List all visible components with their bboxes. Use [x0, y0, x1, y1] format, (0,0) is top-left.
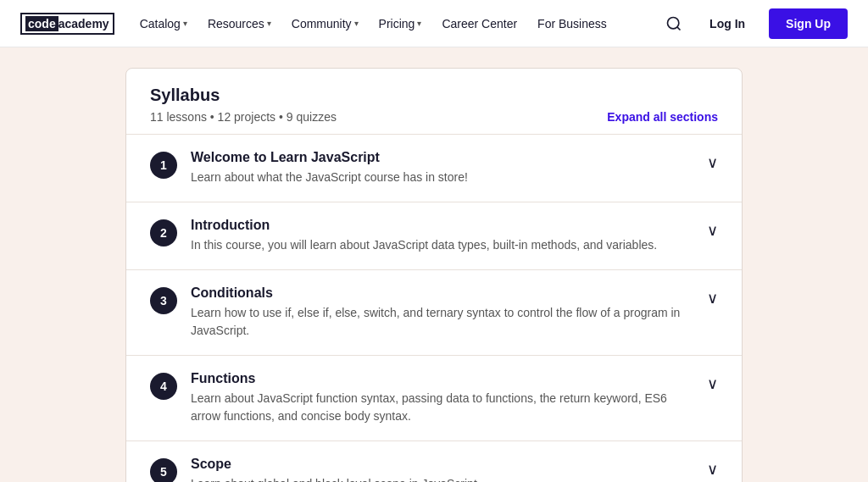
section-chevron-5-icon: ∨: [707, 460, 718, 479]
section-desc-3: Learn how to use if, else if, else, swit…: [191, 304, 693, 340]
search-icon: [665, 15, 682, 32]
expand-all-button[interactable]: Expand all sections: [607, 110, 718, 124]
svg-point-0: [668, 17, 679, 28]
section-chevron-2-icon: ∨: [707, 221, 718, 240]
navigation: codeacademy Catalog ▾ Resources ▾ Commun…: [0, 0, 868, 47]
logo-code-text: code: [25, 16, 58, 31]
syllabus-header: Syllabus 11 lessons • 12 projects • 9 qu…: [126, 69, 742, 135]
section-number-4: 4: [150, 373, 177, 400]
nav-catalog[interactable]: Catalog ▾: [131, 10, 196, 37]
logo-link[interactable]: codeacademy: [20, 13, 114, 35]
login-button[interactable]: Log In: [699, 10, 755, 37]
nav-resources[interactable]: Resources ▾: [199, 10, 280, 37]
section-item-5[interactable]: 5 Scope Learn about global and block lev…: [126, 441, 742, 482]
catalog-label: Catalog: [140, 17, 181, 30]
nav-links: Catalog ▾ Resources ▾ Community ▾ Pricin…: [131, 10, 662, 37]
section-number-5: 5: [150, 458, 177, 482]
section-content-5: Scope Learn about global and block level…: [191, 457, 693, 482]
section-content-1: Welcome to Learn JavaScript Learn about …: [191, 150, 693, 186]
section-title-3: Conditionals: [191, 285, 693, 301]
syllabus-meta: 11 lessons • 12 projects • 9 quizzes Exp…: [150, 110, 718, 124]
section-content-4: Functions Learn about JavaScript functio…: [191, 371, 693, 425]
section-number-3: 3: [150, 287, 177, 314]
section-desc-2: In this course, you will learn about Jav…: [191, 236, 693, 254]
section-chevron-4-icon: ∨: [707, 374, 718, 393]
section-content-3: Conditionals Learn how to use if, else i…: [191, 285, 693, 340]
nav-pricing[interactable]: Pricing ▾: [370, 10, 431, 37]
logo-box: codeacademy: [20, 13, 114, 35]
section-chevron-1-icon: ∨: [707, 153, 718, 172]
section-item-3[interactable]: 3 Conditionals Learn how to use if, else…: [126, 270, 742, 356]
community-chevron-icon: ▾: [354, 19, 359, 28]
section-number-1: 1: [150, 152, 177, 179]
section-desc-4: Learn about JavaScript function syntax, …: [191, 390, 693, 425]
logo-academy-text: academy: [58, 17, 109, 30]
pricing-label: Pricing: [379, 17, 415, 30]
nav-community[interactable]: Community ▾: [283, 10, 367, 37]
catalog-chevron-icon: ▾: [183, 19, 187, 28]
section-item-1[interactable]: 1 Welcome to Learn JavaScript Learn abou…: [126, 135, 742, 202]
section-content-2: Introduction In this course, you will le…: [191, 218, 693, 254]
resources-label: Resources: [208, 17, 264, 30]
syllabus-title: Syllabus: [150, 86, 718, 105]
main-content: Syllabus 11 lessons • 12 projects • 9 qu…: [112, 68, 756, 482]
syllabus-card: Syllabus 11 lessons • 12 projects • 9 qu…: [125, 68, 743, 482]
svg-line-1: [677, 26, 681, 30]
section-desc-5: Learn about global and block level scope…: [191, 475, 693, 482]
section-number-2: 2: [150, 219, 177, 247]
section-chevron-3-icon: ∨: [707, 289, 718, 307]
signup-button[interactable]: Sign Up: [769, 8, 848, 39]
search-button[interactable]: [662, 12, 686, 36]
section-desc-1: Learn about what the JavaScript course h…: [191, 169, 693, 186]
for-business-label: For Business: [537, 17, 607, 30]
syllabus-stats: 11 lessons • 12 projects • 9 quizzes: [150, 110, 337, 124]
nav-career-center[interactable]: Career Center: [433, 10, 526, 37]
career-center-label: Career Center: [442, 17, 517, 30]
section-title-5: Scope: [191, 457, 693, 472]
section-title-4: Functions: [191, 371, 693, 386]
section-item-2[interactable]: 2 Introduction In this course, you will …: [126, 202, 742, 270]
section-item-4[interactable]: 4 Functions Learn about JavaScript funct…: [126, 356, 742, 441]
resources-chevron-icon: ▾: [267, 19, 271, 28]
section-title-2: Introduction: [191, 218, 693, 233]
pricing-chevron-icon: ▾: [417, 19, 421, 28]
section-title-1: Welcome to Learn JavaScript: [191, 150, 693, 165]
nav-right: Log In Sign Up: [662, 8, 848, 39]
nav-for-business[interactable]: For Business: [529, 10, 615, 37]
community-label: Community: [292, 17, 352, 30]
